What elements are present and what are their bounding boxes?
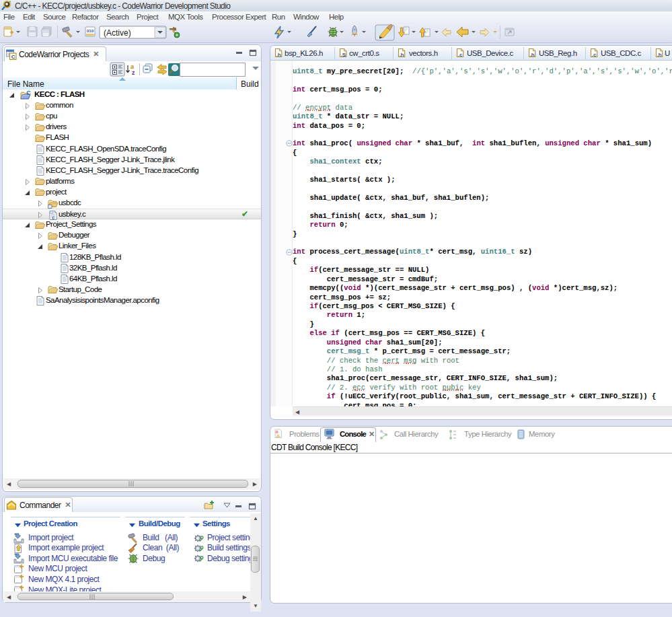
svg-text:.c: .c xyxy=(592,52,597,58)
svg-text:(Active): (Active) xyxy=(104,28,131,38)
svg-text:z: z xyxy=(132,69,135,76)
svg-text:.h: .h xyxy=(400,52,404,58)
svg-text:.h: .h xyxy=(530,52,535,58)
svg-text:.h: .h xyxy=(657,52,662,58)
svg-text:010: 010 xyxy=(87,29,94,33)
svg-text:.c: .c xyxy=(458,52,463,58)
svg-text:C: C xyxy=(11,53,15,59)
svg-text:.h: .h xyxy=(276,52,281,58)
svg-text:.S: .S xyxy=(340,52,346,58)
